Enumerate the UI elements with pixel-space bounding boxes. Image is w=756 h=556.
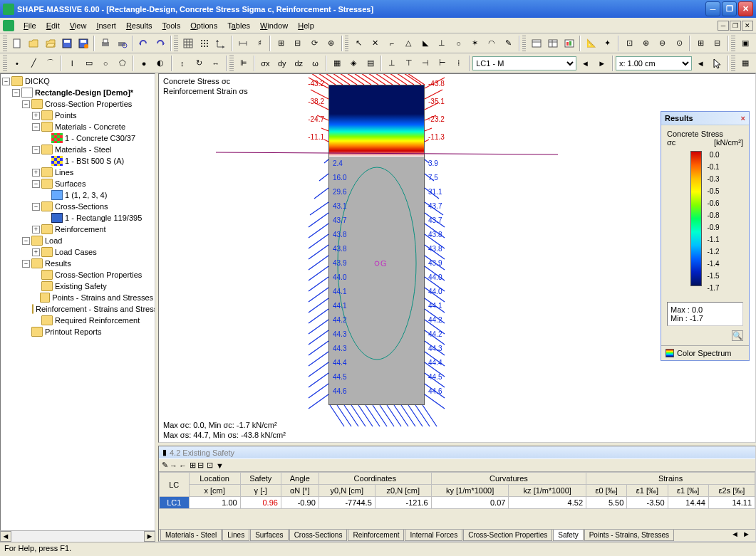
col-strains[interactable]: Strains	[586, 473, 755, 485]
section-poly-tool[interactable]: ⬠	[114, 55, 130, 71]
table-filter-button[interactable]: ▼	[216, 461, 224, 470]
menu-results[interactable]: Results	[121, 19, 157, 32]
next-lc-button[interactable]: ►	[594, 55, 610, 71]
subcol[interactable]: αN [°]	[281, 485, 319, 497]
table-tab[interactable]: Cross-Sections	[289, 530, 348, 541]
cell[interactable]: -3.50	[627, 497, 668, 509]
tree-collapse-icon[interactable]: −	[22, 237, 30, 245]
section-I-tool[interactable]: I	[64, 55, 80, 71]
tree-expand-icon[interactable]: +	[32, 226, 40, 234]
zoom-window-button[interactable]: ⊡	[621, 35, 637, 51]
open2-button[interactable]	[42, 35, 58, 51]
table-tab[interactable]: Safety	[553, 530, 583, 541]
mdi-minimize[interactable]: ─	[718, 21, 729, 31]
redo-button[interactable]	[152, 35, 167, 51]
col-safety[interactable]: Safety	[240, 473, 281, 485]
run-button[interactable]: ▣	[737, 35, 753, 51]
open-button[interactable]	[26, 35, 41, 51]
cell[interactable]: -7744.5	[319, 497, 375, 509]
results-panel[interactable]: Results × Concrete Stress σc [kN/cm²] 0.…	[661, 111, 750, 361]
mat-solid-button[interactable]: ●	[136, 55, 152, 71]
table2-button[interactable]	[545, 35, 561, 51]
snap-end-button[interactable]: ⌐	[384, 35, 400, 51]
disp-mode-1[interactable]: ⊫	[236, 55, 252, 71]
bar-r5[interactable]: ⁞	[451, 55, 467, 71]
col-location[interactable]: Location	[189, 473, 240, 485]
tree-cs-props[interactable]: Cross-Section Properties	[45, 100, 132, 108]
subcol[interactable]: z0,N [cm]	[375, 485, 431, 497]
res-dy[interactable]: dy	[274, 55, 290, 71]
tree-points[interactable]: Points	[55, 111, 77, 120]
tree-collapse-icon[interactable]: −	[32, 146, 40, 154]
toggle-b-button[interactable]: ⊟	[290, 35, 306, 51]
tree-collapse-icon[interactable]: −	[22, 100, 30, 108]
dim-button[interactable]	[235, 35, 251, 51]
measure-button[interactable]: 📐	[583, 35, 599, 51]
menu-edit[interactable]: Edit	[41, 19, 65, 32]
pencil-icon[interactable]: ✎	[500, 35, 516, 51]
save-as-button[interactable]	[76, 35, 91, 51]
tree-r-points[interactable]: Points - Strains and Stresses	[52, 293, 153, 302]
toggle-d-button[interactable]: ⊕	[323, 35, 338, 51]
tree-h-scrollbar[interactable]: ◄ ►	[0, 530, 155, 542]
tree-r-req[interactable]: Required Reinforcement	[55, 316, 140, 325]
axes-button[interactable]	[213, 35, 229, 51]
mat-hollow-button[interactable]: ◐	[152, 55, 168, 71]
tree-r-safety[interactable]: Existing Safety	[55, 282, 107, 290]
save-button[interactable]	[59, 35, 75, 51]
menu-tables[interactable]: Tables	[222, 19, 255, 32]
tree-load-cases[interactable]: Load Cases	[55, 248, 97, 256]
results-close-icon[interactable]: ×	[741, 114, 745, 122]
snap-center-button[interactable]: ○	[450, 35, 466, 51]
results-table[interactable]: LC Location Safety Angle Coordinates Cur…	[159, 472, 755, 509]
toggle-c-button[interactable]: ⟳	[306, 35, 322, 51]
zoom-out-button[interactable]: ⊖	[655, 35, 670, 51]
table-copy-button[interactable]: ⊞	[190, 461, 196, 470]
table-tab[interactable]: Materials - Steel	[160, 530, 222, 541]
style-hatch[interactable]: ▤	[363, 55, 378, 71]
snap-mid-button[interactable]: △	[400, 35, 416, 51]
table-tab[interactable]: Surfaces	[250, 530, 288, 541]
subcol[interactable]: kz [1/m*1000]	[509, 485, 586, 497]
tree-surface-1[interactable]: 1 (1, 2, 3, 4)	[65, 191, 107, 199]
results-panel-header[interactable]: Results ×	[661, 112, 749, 125]
section-circ-tool[interactable]: ○	[98, 55, 113, 71]
toolbar-grip[interactable]	[731, 36, 735, 51]
menu-file[interactable]: File	[19, 19, 41, 32]
res-omega[interactable]: ω	[307, 55, 323, 71]
cell[interactable]: 14.11	[708, 497, 755, 509]
table-tab[interactable]: Internal Forces	[405, 530, 462, 541]
print-preview-button[interactable]	[114, 35, 130, 51]
subcol[interactable]: γ [-]	[240, 485, 281, 497]
subcol[interactable]: x [cm]	[189, 485, 240, 497]
toolbar-grip[interactable]	[345, 36, 349, 51]
tree-mat-concrete[interactable]: Materials - Concrete	[55, 122, 125, 131]
tree-r-reinf[interactable]: Reinforcement - Strains and Stresses	[36, 305, 155, 313]
results-window-button[interactable]	[561, 35, 577, 51]
tree-collapse-icon[interactable]: −	[22, 260, 30, 268]
table-edit-button[interactable]: ✎	[162, 461, 168, 470]
tree-mat-steel-1[interactable]: 1 - BSt 500 S (A)	[65, 157, 124, 165]
table-paste-button[interactable]: ⊟	[197, 461, 204, 470]
col-curv[interactable]: Curvatures	[431, 473, 586, 485]
cell[interactable]: -0.90	[281, 497, 319, 509]
num-button[interactable]: ♯	[252, 35, 267, 51]
cell[interactable]: 5.50	[586, 497, 627, 509]
cell-safety[interactable]: 0.96	[240, 497, 281, 509]
subcol[interactable]: ε1 [‰]	[668, 485, 708, 497]
tab-scroll-left[interactable]: ◄	[731, 530, 742, 541]
snap-perp-button[interactable]: ⊥	[434, 35, 450, 51]
bar-r4[interactable]: ⊢	[434, 55, 450, 71]
table-import-button[interactable]: ←	[179, 461, 187, 470]
table-tab[interactable]: Cross-Section Properties	[463, 530, 552, 541]
point-tool[interactable]: •	[9, 55, 25, 71]
snap-tangent-button[interactable]: ◠	[484, 35, 499, 51]
section-rect-tool[interactable]: ▭	[81, 55, 97, 71]
res-sx[interactable]: σx	[257, 55, 273, 71]
dots-button[interactable]	[197, 35, 212, 51]
snap-intersect-button[interactable]: ✶	[467, 35, 483, 51]
tree-mat-steel[interactable]: Materials - Steel	[55, 145, 111, 154]
load-moment-button[interactable]: ↻	[191, 55, 207, 71]
tree-collapse-icon[interactable]: −	[12, 89, 20, 97]
toolbar-grip[interactable]	[229, 56, 234, 71]
